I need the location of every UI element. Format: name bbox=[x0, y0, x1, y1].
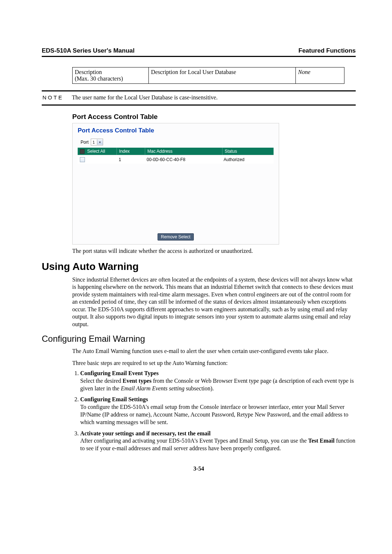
step1-title: Configuring Email Event Types bbox=[80, 370, 159, 376]
auto-warning-para: Since industrial Ethernet devices are of… bbox=[72, 276, 356, 328]
pact-header-mac: Mac Address bbox=[145, 148, 222, 155]
pact-table: Select All Index Mac Address Status bbox=[78, 148, 274, 155]
desc-cell-name: Description (Max. 30 characters) bbox=[73, 67, 149, 84]
desc-cell-description: Description for Local User Database bbox=[149, 67, 296, 84]
description-field-table: Description (Max. 30 characters) Descrip… bbox=[72, 67, 344, 84]
table-row[interactable]: 1 00-0D-60-CC-40-F8 Authorized bbox=[78, 155, 274, 164]
step3-bold: Test Email bbox=[308, 438, 335, 444]
step-3: Activate your settings and if necessary,… bbox=[80, 430, 356, 452]
heading-auto-warning: Using Auto Warning bbox=[42, 261, 356, 272]
email-para2: Three basic steps are required to set up… bbox=[72, 360, 356, 367]
port-select-value: 1 bbox=[91, 140, 97, 144]
select-all-checkbox[interactable] bbox=[80, 149, 85, 154]
steps-list: Configuring Email Event Types Select the… bbox=[72, 370, 356, 452]
step3-title: Activate your settings and if necessary,… bbox=[80, 430, 211, 436]
step2-text: To configure the EDS-510A's email setup … bbox=[80, 404, 348, 425]
port-select[interactable]: 1 ▾ bbox=[91, 139, 103, 145]
heading-email-warning: Configuring Email Warning bbox=[42, 334, 356, 344]
note-text: The user name for the Local User Databas… bbox=[70, 94, 356, 101]
remove-select-button[interactable]: Remove Select bbox=[158, 233, 193, 241]
step-2: Configuring Email Settings To configure … bbox=[80, 396, 356, 426]
row-index: 1 bbox=[117, 155, 144, 164]
row-mac: 00-0D-60-CC-40-F8 bbox=[144, 155, 221, 164]
step-1: Configuring Email Event Types Select the… bbox=[80, 370, 356, 392]
desc-cell-default: None bbox=[296, 67, 344, 84]
page-number: 3-54 bbox=[42, 465, 356, 472]
step1-bold: Event types bbox=[123, 378, 152, 384]
pact-screenshot: Port Access Control Table Port 1 ▾ Selec… bbox=[72, 123, 279, 245]
pact-caption: The port status will indicate whether th… bbox=[72, 247, 356, 255]
pact-heading: Port Access Control Table bbox=[72, 113, 356, 121]
desc-name-line2: (Max. 30 characters) bbox=[75, 75, 123, 82]
pact-header-index: Index bbox=[117, 148, 145, 155]
step1-text-c: subsection). bbox=[184, 385, 214, 391]
pact-header-status: Status bbox=[222, 148, 274, 155]
row-status: Authorized bbox=[221, 155, 274, 164]
note-block: NOTE The user name for the Local User Da… bbox=[42, 90, 356, 106]
desc-name-line1: Description bbox=[75, 69, 102, 75]
chevron-down-icon[interactable]: ▾ bbox=[97, 139, 103, 145]
step3-text-a: After configuring and activating your ED… bbox=[80, 438, 308, 444]
page-header: EDS-510A Series User's Manual Featured F… bbox=[42, 47, 356, 57]
note-label: NOTE bbox=[42, 94, 70, 100]
header-right: Featured Functions bbox=[298, 47, 356, 54]
step1-ital: Email Alarm Events setting bbox=[121, 385, 184, 391]
step1-text-a: Select the desired bbox=[80, 378, 123, 384]
pact-header-selectall[interactable]: Select All bbox=[78, 148, 117, 155]
step2-title: Configuring Email Settings bbox=[80, 396, 148, 402]
row-checkbox[interactable] bbox=[80, 157, 85, 162]
email-para1: The Auto Email Warning function uses e-m… bbox=[72, 348, 356, 355]
select-all-label: Select All bbox=[87, 149, 105, 154]
port-label: Port bbox=[81, 140, 89, 145]
header-left: EDS-510A Series User's Manual bbox=[42, 47, 135, 54]
pact-screenshot-title: Port Access Control Table bbox=[73, 123, 279, 139]
